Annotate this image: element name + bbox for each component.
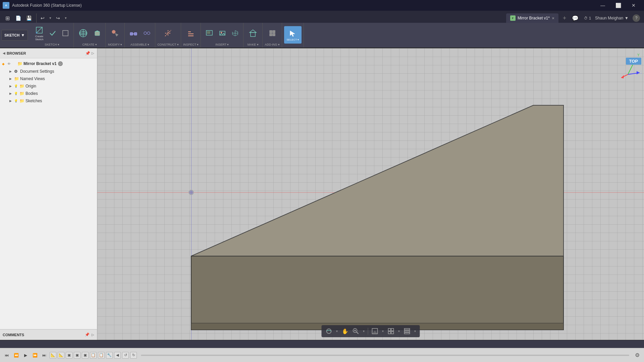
svg-rect-13 <box>130 33 133 35</box>
svg-point-2 <box>36 32 37 34</box>
namedviews-arrow[interactable]: ▶ <box>9 77 13 80</box>
timeline-rewind-start[interactable]: ⏮ <box>3 351 11 359</box>
save-btn[interactable]: 💾 <box>24 13 34 23</box>
origin-arrow[interactable]: ▶ <box>9 84 13 88</box>
viewport[interactable]: Y Z TOP ▼ ✋ <box>97 48 644 340</box>
comments-pin-icon[interactable]: 📌 <box>85 333 90 337</box>
svg-marker-57 <box>372 330 378 334</box>
pan-btn[interactable]: ✋ <box>340 326 350 336</box>
tree-item-root[interactable]: ◆ 👁 📁 Mirror Bracket v1 ⓘ <box>0 60 97 68</box>
bodies-eye-icon[interactable]: 💡 <box>14 92 19 95</box>
timeline-step-forward[interactable]: ⏩ <box>31 351 39 359</box>
finish-sketch-btn[interactable] <box>47 24 59 42</box>
zoom-look-btn[interactable] <box>351 326 361 336</box>
ribbon-group-addins: ADD-INS ▾ <box>263 23 282 48</box>
timeline-marker-9[interactable]: ◀ <box>114 352 121 359</box>
undo-btn[interactable]: ↩ <box>38 13 47 23</box>
grid-btn[interactable] <box>386 326 396 336</box>
insert-mesh-btn[interactable] <box>229 24 241 42</box>
tree-item-docsettings[interactable]: ▶ ⚙ Document Settings <box>0 68 97 75</box>
redo-btn[interactable]: ↪ <box>53 13 63 23</box>
orbit-btn[interactable] <box>324 326 334 336</box>
root-eye-icon[interactable]: 👁 <box>7 62 12 66</box>
browser-pin-icon[interactable]: 📌 <box>85 51 90 56</box>
timeline-rewind-end[interactable]: ⏭ <box>40 351 48 359</box>
help-btn[interactable]: ? <box>633 14 640 22</box>
insert-canvas-btn[interactable] <box>203 24 216 42</box>
display-mode-btn[interactable] <box>370 326 380 336</box>
timeline-marker-11[interactable]: ↻ <box>130 352 137 359</box>
display-dropdown[interactable]: ▼ <box>381 326 385 336</box>
timeline-marker-1[interactable]: 📐 <box>50 352 56 359</box>
timeline-marker-10[interactable]: ↺ <box>122 352 129 359</box>
timeline-step-back[interactable]: ⏪ <box>12 351 20 359</box>
modify-icon <box>110 28 120 38</box>
3d-shape[interactable] <box>97 48 644 340</box>
sketches-arrow[interactable]: ▶ <box>9 99 13 103</box>
construct-btn[interactable] <box>161 24 175 42</box>
undo-dropdown[interactable]: ▼ <box>48 13 53 23</box>
tree-item-bodies[interactable]: ▶ 💡 📁 Bodies <box>0 90 97 97</box>
create-sketch-label: CreateSketch <box>35 35 43 41</box>
view-modes-dropdown[interactable]: ▼ <box>413 326 417 336</box>
tree-item-sketches[interactable]: ▶ 💡 📁 Sketches <box>0 97 97 105</box>
redo-dropdown[interactable]: ▼ <box>63 13 68 23</box>
create-solid-btn[interactable] <box>91 24 103 42</box>
chat-icon[interactable]: 💬 <box>571 13 580 23</box>
timeline-marker-7[interactable]: 📋 <box>98 352 105 359</box>
root-visibility-icon[interactable]: ◆ <box>2 62 7 66</box>
view-modes-btn[interactable] <box>402 326 412 336</box>
browser-expand-icon[interactable]: ▷ <box>92 51 94 55</box>
timeline-track[interactable] <box>141 355 629 356</box>
ribbon-group-sketch: CreateSketch SKETCH ▾ <box>31 23 74 48</box>
timeline-marker-4[interactable]: ▣ <box>74 352 80 359</box>
orbit-dropdown[interactable]: ▼ <box>335 326 339 336</box>
bodies-arrow[interactable]: ▶ <box>9 92 13 95</box>
modify-btn[interactable] <box>108 24 122 42</box>
timeline-play[interactable]: ▶ <box>21 351 30 359</box>
timeline-settings-btn[interactable]: ⚙ <box>633 351 641 359</box>
app-title: Autodesk Fusion 360 (Startup License) <box>12 3 595 8</box>
create-btn[interactable] <box>76 24 91 42</box>
file-menu[interactable]: 📄 <box>13 13 23 23</box>
addins-group-label: ADD-INS ▾ <box>265 42 280 46</box>
docsettings-icon: ⚙ <box>14 69 19 74</box>
select-btn[interactable]: SELECT ▾ <box>284 26 302 44</box>
new-tab-btn[interactable]: + <box>560 13 569 23</box>
docsettings-arrow[interactable]: ▶ <box>9 70 13 73</box>
timeline-marker-3[interactable]: ▣ <box>66 352 72 359</box>
make-btn[interactable] <box>246 24 260 42</box>
zoom-dropdown[interactable]: ▼ <box>362 326 366 336</box>
timeline-marker-6[interactable]: 📋 <box>90 352 97 359</box>
timeline-marker-2[interactable]: 📐 <box>58 352 64 359</box>
comments-expand-icon[interactable]: ▷ <box>92 333 94 337</box>
grid-dropdown[interactable]: ▼ <box>397 326 401 336</box>
user-menu[interactable]: Shaun Meighan ▼ <box>595 16 629 20</box>
inspect-btn[interactable] <box>183 24 198 42</box>
assemble-btn[interactable] <box>127 24 140 42</box>
timeline-marker-8[interactable]: 🔧 <box>106 352 113 359</box>
bodies-folder-icon: 📁 <box>19 91 25 96</box>
sketch-dropdown-btn[interactable] <box>59 24 71 42</box>
docsettings-label: Document Settings <box>20 69 54 74</box>
timeline-marker-5[interactable]: ▣ <box>82 352 89 359</box>
window-maximize[interactable]: ⬜ <box>610 0 626 11</box>
tree-item-origin[interactable]: ▶ 💡 📁 Origin <box>0 82 97 90</box>
sketches-eye-icon[interactable]: 💡 <box>14 99 19 103</box>
main-tab[interactable]: F Mirror Bracket v1* ✕ <box>506 13 558 23</box>
create-sketch-btn[interactable]: CreateSketch <box>33 24 46 42</box>
addins-btn[interactable] <box>265 24 280 42</box>
assemble-2-btn[interactable] <box>141 24 153 42</box>
viewcube-area[interactable]: Y Z TOP <box>604 51 641 81</box>
viewcube-top[interactable]: TOP <box>626 58 642 65</box>
window-minimize[interactable]: — <box>595 0 610 11</box>
origin-eye-icon[interactable]: 💡 <box>14 84 19 88</box>
create-group-label: CREATE ▾ <box>82 42 97 46</box>
tab-close-btn[interactable]: ✕ <box>552 16 554 20</box>
insert-img-btn[interactable] <box>216 24 228 42</box>
model-dropdown[interactable]: SKETCH ▼ <box>1 30 28 41</box>
tree-item-namedviews[interactable]: ▶ 📁 Named Views <box>0 75 97 82</box>
browser-toggle-arrow[interactable]: ◀ <box>3 51 5 55</box>
window-close[interactable]: ✕ <box>626 0 641 11</box>
apps-menu[interactable]: ⊞ <box>3 13 12 23</box>
